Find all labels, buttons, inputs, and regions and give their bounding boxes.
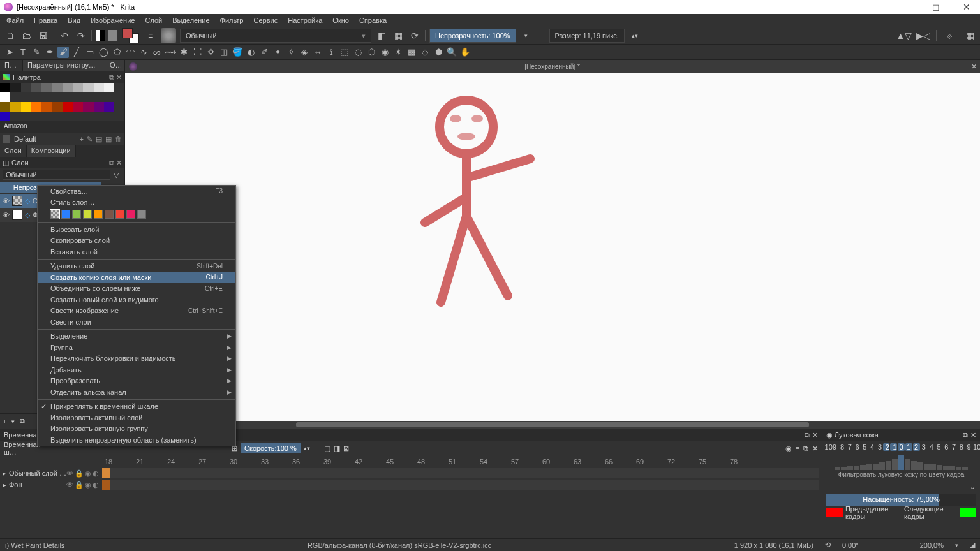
tab-overview[interactable]: Об… [105,60,124,71]
canvas[interactable] [125,73,980,421]
menu-item[interactable]: Переключить блокировки и видимость▶ [38,353,235,365]
color-swatch[interactable] [94,83,104,92]
color-label[interactable] [83,210,92,219]
menu-file[interactable]: Файл [2,15,28,26]
color-swatch[interactable] [52,102,62,112]
menu-tools[interactable]: Сервис [249,15,282,26]
menu-image[interactable]: Изображение [86,15,139,26]
edit-swatch-icon[interactable]: ✎ [87,135,93,143]
text-tool-icon[interactable]: T [17,47,29,58]
color-swatch[interactable] [83,83,93,92]
delete-swatch-icon[interactable]: 🗑 [115,135,122,143]
mirror-h-icon[interactable]: ▲▽ [898,29,910,42]
new-icon[interactable]: 🗋 [4,29,17,42]
brush-preview-icon[interactable] [161,28,176,43]
brush-settings-icon[interactable]: ≡ [144,29,157,42]
next-color-swatch[interactable] [960,508,976,517]
open-icon[interactable]: 🗁 [20,29,33,42]
onion-bars[interactable] [822,453,980,470]
pan-tool-icon[interactable]: ✋ [459,47,471,58]
fill-tool-icon[interactable]: 🪣 [232,47,243,58]
float-layers-icon[interactable]: ⧉ [109,159,114,167]
blending-mode-select[interactable]: Обычный ▾ [180,29,371,43]
brush-tool-icon[interactable]: 🖌 [57,47,69,58]
color-swatch[interactable] [63,83,73,92]
redo-icon[interactable]: ↷ [75,29,87,42]
add-layer-dropdown[interactable]: ▾ [11,418,15,425]
keyframe[interactable] [102,480,110,490]
crop-tool-icon[interactable]: ◫ [218,47,230,58]
color-swatch[interactable] [0,112,10,121]
maximize-button[interactable]: ◻ [926,2,946,12]
color-label[interactable] [50,210,59,219]
fg-color[interactable] [122,28,133,38]
select-bezier-icon[interactable]: ◇ [419,47,431,58]
color-swatch[interactable] [0,92,10,102]
menu-item[interactable]: Изолировать активный слой [38,412,235,423]
opacity-slider[interactable]: Непрозрачность: 100% [429,29,516,43]
color-label[interactable] [61,210,70,219]
onion-frame-numbers[interactable]: -10-9-8-7-6-5-4-3-2-1012345678910 [822,441,980,453]
color-picker-icon[interactable]: ✐ [258,47,270,58]
list-view-icon[interactable]: ▤ [96,135,102,143]
bezier-tool-icon[interactable]: ∿ [138,47,149,58]
select-poly-icon[interactable]: ⬡ [366,47,377,58]
menu-item[interactable]: Объединить со слоем нижеCtrl+E [38,283,235,295]
color-swatch[interactable] [63,102,73,112]
close-button[interactable]: ✕ [957,2,976,12]
color-swatch[interactable] [41,83,52,92]
color-swatch[interactable] [41,102,52,112]
float-panel-icon[interactable]: ⧉ [109,73,114,82]
tab-layers[interactable]: Слои [0,145,27,157]
color-label[interactable] [137,210,146,219]
menu-select[interactable]: Выделение [168,15,214,26]
menu-view[interactable]: Вид [63,15,85,26]
zoom-dropdown-icon[interactable]: ▾ [955,542,958,548]
tl-settings-icon[interactable]: ⧉ [803,444,808,453]
menu-item[interactable]: Вставить слой [38,246,235,258]
timeline-float-icon[interactable]: ⧉ [805,431,810,439]
onion-float-icon[interactable]: ⧉ [963,431,968,439]
menu-item[interactable]: Добавить▶ [38,364,235,376]
pattern-icon[interactable] [108,30,117,41]
select-magnetic-icon[interactable]: ⬢ [433,47,444,58]
eraser-icon[interactable]: ◧ [375,29,388,42]
timeline-track-2[interactable]: ▸ Фон 👁🔒◉◐ [0,479,822,490]
onion-toggle-icon[interactable]: ◉ [785,444,792,453]
opacity-dropdown-icon[interactable]: ▾ [520,29,533,42]
color-swatch[interactable] [73,83,83,92]
gradient-icon[interactable] [96,30,105,41]
tl-opt3-icon[interactable]: ⊠ [343,444,349,453]
add-swatch-icon[interactable]: + [80,135,84,143]
menu-filter[interactable]: Фильтр [216,15,248,26]
move-tool-icon[interactable]: ✥ [205,47,216,58]
color-swatch[interactable] [21,102,31,112]
select-contiguous-icon[interactable]: ✴ [392,47,404,58]
tab-tool-options[interactable]: Параметры инструме… [23,60,105,71]
menu-item[interactable]: Создать копию слоя или маскиCtrl+J [38,272,235,283]
color-label[interactable] [105,210,114,219]
layer-blend-select[interactable]: Обычный [3,170,110,180]
select-rect-icon[interactable]: ⬚ [339,47,350,58]
tab-palette[interactable]: Пал… [0,60,23,71]
multibrush-icon[interactable]: ✱ [178,47,189,58]
assistants-icon[interactable]: ◈ [299,47,310,58]
tab-compositions[interactable]: Композиции [27,145,76,157]
menu-item[interactable]: Стиль слоя… [38,197,235,209]
color-swatch[interactable] [0,102,10,112]
menu-item[interactable]: Отделить альфа-канал▶ [38,386,235,398]
color-swatch[interactable] [31,102,41,112]
menu-item[interactable]: Выделить непрозрачную область (заменить) [38,434,235,446]
minimize-button[interactable]: ― [896,2,915,12]
color-swatch[interactable] [10,83,20,92]
color-swatch[interactable] [73,102,83,112]
menu-item[interactable]: Создать новый слой из видимого [38,294,235,305]
grid-view-icon[interactable]: ▦ [105,135,112,143]
speed-slider[interactable]: Скорость:100 % [241,443,301,453]
color-label[interactable] [72,210,81,219]
ellipse-tool-icon[interactable]: ◯ [98,47,109,58]
menu-item[interactable]: Скопировать слой [38,235,235,247]
close-panel-icon[interactable]: ✕ [116,73,122,82]
speed-spinner[interactable]: ▴▾ [304,445,310,452]
workspace-icon[interactable]: ▦ [963,29,976,42]
